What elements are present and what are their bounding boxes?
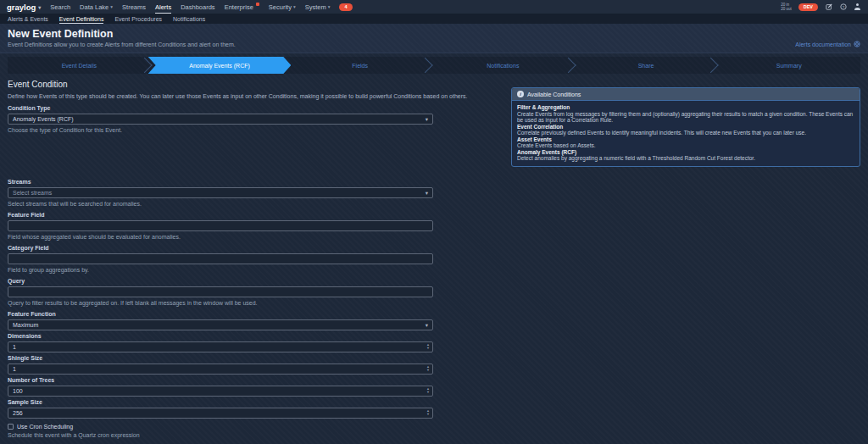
available-conditions-panel: i Available Conditions Filter & Aggregat…	[511, 87, 860, 167]
step-fields[interactable]: Fields	[288, 57, 431, 74]
available-conditions-body: Filter & Aggregation Create Events from …	[512, 101, 860, 166]
info-icon: i	[517, 91, 524, 97]
condition-type-value: Anomaly Events (RCF)	[13, 116, 74, 122]
streams-group: Streams Select streams ▾ Select streams …	[8, 179, 433, 207]
nav-item-search[interactable]: Search	[50, 1, 70, 14]
lifebuoy-icon	[854, 41, 860, 47]
available-conditions-header: i Available Conditions	[512, 88, 860, 101]
number-of-trees-group: Number of Trees ▲▼	[8, 377, 433, 397]
chevron-down-icon: ▾	[426, 322, 428, 329]
alerts-documentation-link[interactable]: Alerts documentation	[795, 41, 860, 47]
step-share[interactable]: Share	[575, 57, 718, 74]
user-icon[interactable]	[854, 3, 861, 11]
graylog-logo[interactable]: graylog ▾	[7, 3, 41, 12]
feature-function-label: Feature Function	[8, 311, 433, 317]
main-content: Event Details Anomaly Events (RCF) Field…	[0, 53, 868, 444]
brand-label: graylog	[7, 3, 36, 12]
shingle-size-label: Shingle Size	[8, 355, 433, 361]
feature-field-help: Field whose aggregated value should be e…	[8, 234, 433, 240]
condition-desc: Create Events based on Assets.	[517, 142, 854, 149]
step-notifications[interactable]: Notifications	[431, 57, 575, 74]
stepper-icon[interactable]: ▲▼	[426, 365, 430, 372]
shingle-size-group: Shingle Size ▲▼	[8, 355, 433, 375]
alerts-sub-navigation: Alerts & Events Event Definitions Event …	[0, 14, 868, 24]
svg-text:?: ?	[842, 5, 844, 9]
page-header-text: New Event Definition Event Definitions a…	[8, 28, 236, 47]
nav-item-dashboards[interactable]: Dashboards	[181, 1, 214, 14]
step-summary[interactable]: Summary	[717, 57, 860, 74]
chevron-down-icon: ▾	[426, 116, 428, 123]
feature-field-input[interactable]	[8, 220, 433, 231]
event-condition-form: Event Condition Define how Events of thi…	[8, 78, 433, 444]
environment-badge[interactable]: DEV	[798, 3, 818, 11]
section-description: Define how Events of this type should be…	[8, 93, 433, 99]
doc-link-label: Alerts documentation	[795, 42, 851, 47]
sample-size-input[interactable]	[8, 408, 433, 419]
query-input[interactable]	[8, 286, 433, 297]
checkbox-unchecked-icon	[8, 424, 14, 430]
query-help: Query to filter results to be aggregated…	[8, 300, 433, 306]
dimensions-input[interactable]	[8, 341, 433, 352]
stepper-icon[interactable]: ▲▼	[426, 409, 430, 416]
nav-item-data-lake[interactable]: Data Lake▾	[80, 1, 113, 14]
category-field-label: Category Field	[8, 245, 433, 251]
chevron-down-icon: ▾	[110, 1, 113, 14]
condition-type-group: Condition Type Anomaly Events (RCF) ▾ Ch…	[8, 105, 433, 133]
condition-type-select[interactable]: Anomaly Events (RCF) ▾	[8, 114, 433, 125]
subnav-item-event-procedures[interactable]: Event Procedures	[114, 14, 162, 24]
dimensions-group: Dimensions ▲▼	[8, 333, 433, 352]
chevron-down-icon: ▾	[293, 1, 296, 14]
alert-count-badge[interactable]: 4	[339, 3, 352, 11]
nav-item-security[interactable]: Security▾	[269, 1, 296, 14]
page-header: New Event Definition Event Definitions a…	[0, 24, 868, 53]
nav-item-enterprise[interactable]: Enterprise	[225, 1, 259, 14]
cron-label: Use Cron Scheduling	[17, 424, 73, 430]
subnav-item-notifications[interactable]: Notifications	[173, 14, 205, 24]
condition-name: Event Correlation	[517, 124, 854, 130]
dimensions-label: Dimensions	[8, 333, 433, 339]
condition-desc: Detect anomalies by aggregating a numeri…	[517, 155, 854, 162]
condition-type-label: Condition Type	[8, 105, 433, 111]
condition-name: Anomaly Events (RCF)	[517, 149, 854, 156]
sample-size-label: Sample Size	[8, 399, 433, 405]
subnav-item-alerts-events[interactable]: Alerts & Events	[8, 14, 48, 24]
enterprise-notification-icon	[256, 3, 259, 6]
streams-label: Streams	[8, 179, 433, 185]
category-field-input[interactable]	[8, 253, 433, 264]
nav-item-alerts[interactable]: Alerts	[155, 1, 171, 14]
nav-item-system[interactable]: System▾	[305, 1, 331, 14]
stepper-icon[interactable]: ▲▼	[426, 343, 430, 350]
feature-function-value: Maximum	[13, 322, 38, 328]
subnav-item-event-definitions[interactable]: Event Definitions	[59, 14, 104, 24]
condition-type-help: Choose the type of Condition for this Ev…	[8, 127, 433, 133]
number-of-trees-label: Number of Trees	[8, 377, 433, 383]
category-field-help: Field to group aggregations by.	[8, 267, 433, 273]
feature-field-label: Feature Field	[8, 212, 433, 218]
nav-item-streams[interactable]: Streams	[122, 1, 146, 14]
category-field-group: Category Field Field to group aggregatio…	[8, 245, 433, 273]
wizard-steps: Event Details Anomaly Events (RCF) Field…	[8, 57, 860, 74]
help-icon[interactable]: ?	[839, 3, 847, 11]
throughput-out: 20 out	[781, 7, 792, 11]
section-title: Event Condition	[8, 80, 433, 89]
available-conditions-title: Available Conditions	[527, 92, 581, 97]
topnav-right-cluster: 20 in 20 out DEV ?	[781, 3, 861, 11]
condition-desc: Create Events from log messages by filte…	[517, 111, 854, 124]
feature-field-group: Feature Field Field whose aggregated val…	[8, 212, 433, 240]
query-label: Query	[8, 278, 433, 284]
compose-icon[interactable]	[825, 3, 832, 11]
chevron-down-icon: ▾	[328, 1, 331, 14]
streams-select[interactable]: Select streams ▾	[8, 187, 433, 198]
chevron-down-icon: ▾	[38, 4, 41, 10]
shingle-size-input[interactable]	[8, 364, 433, 375]
step-event-details[interactable]: Event Details	[8, 57, 151, 74]
feature-function-select[interactable]: Maximum ▾	[8, 319, 433, 330]
number-of-trees-input[interactable]	[8, 386, 433, 397]
feature-function-group: Feature Function Maximum ▾	[8, 311, 433, 330]
stepper-icon[interactable]: ▲▼	[426, 387, 430, 394]
cron-help: Schedule this event with a Quartz cron e…	[8, 432, 433, 438]
step-anomaly-events[interactable]: Anomaly Events (RCF)	[148, 57, 292, 74]
throughput-indicator: 20 in 20 out	[781, 3, 792, 11]
cron-scheduling-checkbox[interactable]: Use Cron Scheduling	[8, 424, 433, 430]
condition-name: Asset Events	[517, 136, 854, 143]
